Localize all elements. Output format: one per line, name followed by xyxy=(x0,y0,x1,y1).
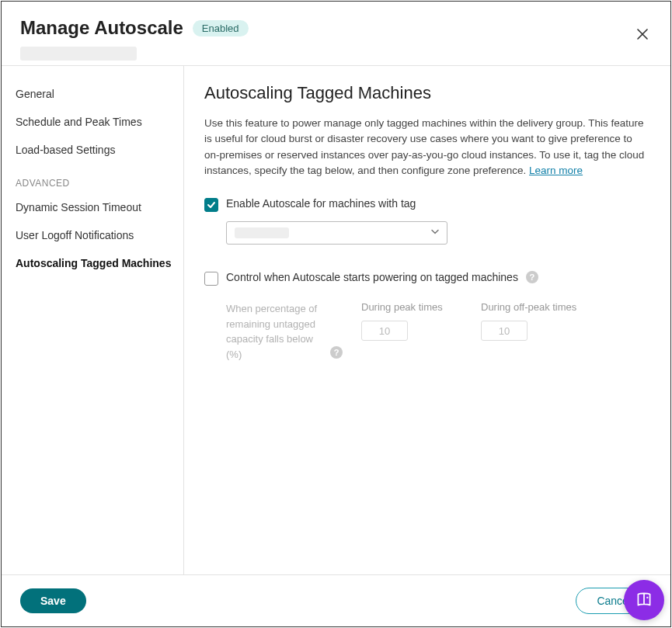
dialog-body: General Schedule and Peak Times Load-bas… xyxy=(2,65,670,574)
offpeak-column: During off-peak times xyxy=(481,301,582,362)
sidebar-item-schedule[interactable]: Schedule and Peak Times xyxy=(16,108,176,136)
content-panel: Autoscaling Tagged Machines Use this fea… xyxy=(184,66,670,574)
threshold-section: When percentage of remaining untagged ca… xyxy=(226,301,650,362)
dialog-header: Manage Autoscale Enabled xyxy=(2,2,670,65)
manage-autoscale-dialog: Manage Autoscale Enabled General Schedul… xyxy=(1,1,671,627)
status-badge: Enabled xyxy=(193,20,249,36)
sidebar-item-autoscaling-tagged[interactable]: Autoscaling Tagged Machines xyxy=(16,249,176,277)
dialog-footer: Save Cancel xyxy=(2,574,670,626)
offpeak-heading: During off-peak times xyxy=(481,301,582,313)
close-icon xyxy=(635,27,649,41)
threshold-label: When percentage of remaining untagged ca… xyxy=(226,301,343,362)
offpeak-input xyxy=(481,321,528,341)
check-icon xyxy=(207,200,216,210)
control-checkbox[interactable] xyxy=(204,272,218,286)
save-button[interactable]: Save xyxy=(20,588,86,613)
control-label: Control when Autoscale starts powering o… xyxy=(226,271,518,283)
peak-heading: During peak times xyxy=(361,301,462,313)
enable-checkbox[interactable] xyxy=(204,198,218,212)
enable-label: Enable Autoscale for machines with tag xyxy=(226,197,416,210)
sidebar-item-dynamic-timeout[interactable]: Dynamic Session Timeout xyxy=(16,193,176,221)
threshold-label-text: When percentage of remaining untagged ca… xyxy=(226,301,327,362)
help-icon[interactable]: ? xyxy=(330,346,343,359)
help-icon[interactable]: ? xyxy=(526,271,538,283)
sidebar-heading-advanced: ADVANCED xyxy=(16,164,176,193)
sidebar-item-logoff-notifications[interactable]: User Logoff Notifications xyxy=(16,221,176,249)
sidebar-item-general[interactable]: General xyxy=(16,80,176,108)
sidebar-item-load-based[interactable]: Load-based Settings xyxy=(16,136,176,164)
book-sparkle-icon xyxy=(634,590,654,610)
learn-more-link[interactable]: Learn more xyxy=(529,165,583,176)
tag-select[interactable] xyxy=(226,221,447,245)
peak-column: During peak times xyxy=(361,301,462,362)
sidebar: General Schedule and Peak Times Load-bas… xyxy=(2,66,184,574)
content-description: Use this feature to power manage only ta… xyxy=(204,116,650,179)
enable-row: Enable Autoscale for machines with tag xyxy=(204,197,650,212)
content-heading: Autoscaling Tagged Machines xyxy=(204,83,650,103)
control-row: Control when Autoscale starts powering o… xyxy=(204,271,650,286)
help-fab[interactable] xyxy=(624,580,664,620)
peak-input xyxy=(361,321,408,341)
selected-tag-value xyxy=(235,227,289,238)
dialog-title: Manage Autoscale xyxy=(20,17,183,39)
close-button[interactable] xyxy=(633,25,652,43)
delivery-group-name xyxy=(20,47,137,61)
chevron-down-icon xyxy=(430,227,440,240)
